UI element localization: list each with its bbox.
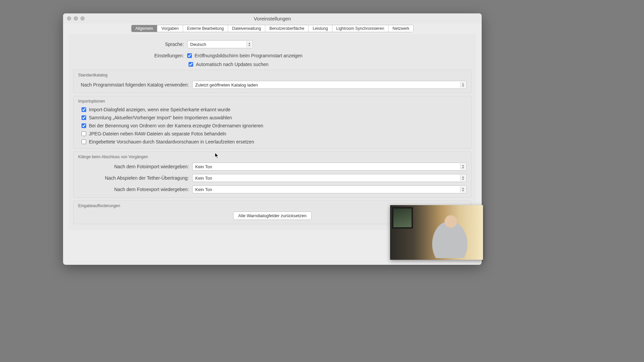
- sound1-dropdown[interactable]: Kein Ton ▲▼: [192, 163, 467, 171]
- tab-vorgaben[interactable]: Vorgaben: [157, 25, 183, 32]
- titlebar: Voreinstellungen: [63, 13, 482, 23]
- show-splash-label: Eröffnungsbildschirm beim Programmstart …: [195, 53, 303, 58]
- language-row: Sprache: Deutsch ▲▼: [73, 40, 472, 48]
- sound3-label: Nach dem Fotoexport wiedergeben:: [78, 187, 192, 192]
- catalog-dropdown[interactable]: Zuletzt geöffneten Katalog laden ▲▼: [192, 81, 467, 89]
- tab-netzwerk[interactable]: Netzwerk: [388, 25, 413, 32]
- sound3-value: Kein Ton: [195, 187, 212, 192]
- tab-allgemein[interactable]: Allgemein: [131, 25, 158, 32]
- language-value: Deutsch: [190, 42, 206, 47]
- import-opt5-checkbox[interactable]: [82, 139, 86, 144]
- sound1-label: Nach dem Fotoimport wiedergeben:: [78, 164, 192, 169]
- import-opt2-label: Sammlung „Aktueller/Vorheriger Import“ b…: [89, 115, 232, 120]
- show-splash-checkbox[interactable]: [187, 53, 192, 58]
- updown-icon: ▲▼: [460, 164, 466, 170]
- group-importoptionen: Importoptionen Import-Dialogfeld anzeige…: [73, 96, 472, 149]
- catalog-label: Nach Programmstart folgenden Katalog ver…: [78, 82, 192, 87]
- updown-icon: ▲▼: [460, 82, 466, 88]
- import-opt3-label: Bei der Benennung von Ordnern von der Ka…: [89, 123, 263, 128]
- import-title: Importoptionen: [78, 99, 467, 104]
- group-klaenge: Klänge beim Abschluss von Vorgängen Nach…: [73, 152, 472, 198]
- auto-update-row: Automatisch nach Updates suchen: [189, 62, 472, 67]
- tab-leistung[interactable]: Leistung: [309, 25, 332, 32]
- presenter-figure: [425, 211, 475, 258]
- sound1-value: Kein Ton: [195, 164, 212, 169]
- sounds-title: Klänge beim Abschluss von Vorgängen: [78, 155, 467, 159]
- sound2-label: Nach Abspielen der Tether-Übertragung:: [78, 175, 192, 181]
- updown-icon: ▲▼: [460, 186, 466, 192]
- updown-icon: ▲▼: [247, 41, 252, 47]
- import-opt1-checkbox[interactable]: [82, 107, 86, 112]
- group-standardkatalog: Standardkatalog Nach Programmstart folge…: [73, 70, 472, 93]
- auto-update-checkbox[interactable]: [189, 62, 193, 67]
- tab-segmented-control: Allgemein Vorgaben Externe Bearbeitung D…: [131, 25, 414, 32]
- import-opt4-checkbox[interactable]: [82, 131, 86, 136]
- catalog-value: Zuletzt geöffneten Katalog laden: [195, 82, 258, 87]
- sound3-dropdown[interactable]: Kein Ton ▲▼: [192, 185, 467, 193]
- language-label: Sprache:: [73, 42, 187, 47]
- video-pip-overlay: [390, 205, 483, 260]
- import-opt4-label: JPEG-Dateien neben RAW-Dateien als separ…: [89, 131, 226, 136]
- language-dropdown[interactable]: Deutsch ▲▼: [187, 40, 253, 48]
- updown-icon: ▲▼: [460, 175, 466, 181]
- tab-externe-bearbeitung[interactable]: Externe Bearbeitung: [183, 25, 228, 32]
- sound2-dropdown[interactable]: Kein Ton ▲▼: [192, 174, 467, 182]
- import-opt3-checkbox[interactable]: [82, 123, 86, 128]
- import-opt2-checkbox[interactable]: [82, 115, 86, 120]
- tab-dateiverwaltung[interactable]: Dateiverwaltung: [228, 25, 265, 32]
- settings-row-1: Einstellungen: Eröffnungsbildschirm beim…: [73, 53, 472, 58]
- tabs-row: Allgemein Vorgaben Externe Bearbeitung D…: [63, 23, 482, 32]
- auto-update-label: Automatisch nach Updates suchen: [196, 62, 268, 67]
- reset-warnings-button[interactable]: Alle Warndialogfelder zurücksetzen: [233, 212, 311, 220]
- settings-label: Einstellungen:: [73, 53, 187, 58]
- standardkatalog-title: Standardkatalog: [78, 73, 467, 77]
- sound2-value: Kein Ton: [195, 176, 212, 181]
- import-opt5-label: Eingebettete Vorschauen durch Standardvo…: [89, 139, 254, 144]
- window-title: Voreinstellungen: [63, 16, 482, 21]
- import-opt1-label: Import-Dialogfeld anzeigen, wenn eine Sp…: [89, 107, 230, 112]
- tab-lightroom-sync[interactable]: Lightroom Synchronisieren: [332, 25, 389, 32]
- tab-benutzeroberflaeche[interactable]: Benutzeroberfläche: [265, 25, 309, 32]
